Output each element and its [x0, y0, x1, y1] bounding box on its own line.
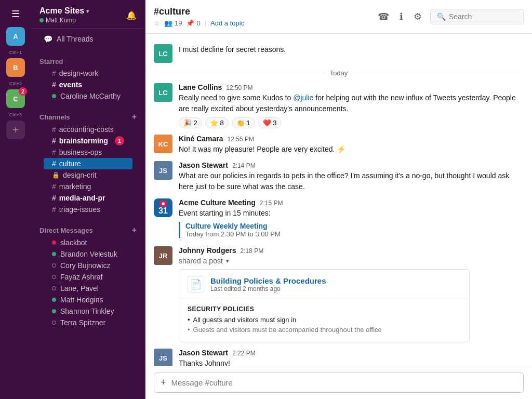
user-status: Matt Kump: [39, 17, 89, 24]
message-text: Really need to give some Kudos to @julie…: [179, 92, 524, 114]
message-author[interactable]: Jason Stewart: [179, 349, 228, 357]
dm-name: slackbot: [60, 238, 87, 247]
dm-status-dot: [52, 263, 56, 268]
mention[interactable]: @julie: [293, 94, 313, 102]
add-dm-icon[interactable]: +: [132, 225, 137, 235]
channel-meta: ☆ 👥 19 📌 0 | Add a topic: [154, 19, 244, 27]
post-body: SECURITY POLICIES All guests and visitor…: [179, 299, 469, 342]
calendar-avatar: ■ 31: [154, 198, 172, 217]
message-content: Johnny Rodgers 2:18 PM shared a post ▼ 📄…: [179, 246, 524, 342]
dm-item-cory[interactable]: Cory Bujnowicz: [44, 260, 132, 271]
event-time: Today from 2:30 PM to 3:00 PM: [185, 230, 524, 238]
post-title[interactable]: Building Policies & Procedures: [210, 276, 326, 285]
event-title[interactable]: Culture Weekly Meeting: [185, 222, 524, 230]
sidebar-item-culture[interactable]: # culture: [44, 158, 132, 169]
workspace-3[interactable]: C 2: [6, 89, 25, 108]
notifications-icon[interactable]: 🔔: [126, 10, 137, 20]
sidebar-item-design-crit[interactable]: 🔒 design-crit: [44, 169, 132, 181]
add-channel-icon[interactable]: +: [132, 112, 137, 122]
channel-name: #culture: [154, 6, 244, 17]
menu-icon[interactable]: ☰: [7, 4, 24, 24]
message-author[interactable]: Jason Stewart: [179, 161, 228, 169]
sidebar-item-business-ops[interactable]: # business-ops: [44, 147, 132, 158]
workspace-2[interactable]: B: [6, 58, 25, 77]
sidebar-item-all-threads[interactable]: 💬 All Threads: [35, 33, 141, 45]
search-box[interactable]: 🔍: [430, 9, 524, 24]
reaction-heart[interactable]: ❤️ 3: [258, 117, 282, 128]
dm-item-fayaz[interactable]: Fayaz Ashraf: [44, 271, 132, 283]
message-time: 2:14 PM: [232, 162, 256, 169]
message-author[interactable]: Kiné Camara: [179, 135, 223, 143]
add-topic-link[interactable]: Add a topic: [210, 19, 244, 27]
sidebar-item-triage-issues[interactable]: # triage-issues: [44, 204, 132, 215]
main-content: #culture ☆ 👥 19 📌 0 | Add a topic ☎ ℹ ⚙: [145, 0, 532, 399]
message-author[interactable]: Lane Collins: [179, 83, 222, 91]
channels-label: Channels: [39, 113, 70, 121]
phone-icon-button[interactable]: ☎: [376, 9, 391, 24]
dm-item-terra[interactable]: Terra Spitzner: [44, 317, 132, 328]
reaction-star[interactable]: ⭐ 8: [205, 117, 229, 128]
sidebar-item-accounting-costs[interactable]: # accounting-costs: [44, 124, 132, 135]
message-content: Kiné Camara 12:55 PM No! It was my pleas…: [179, 135, 524, 155]
dm-item-matt[interactable]: Matt Hodgins: [44, 294, 132, 305]
member-count[interactable]: 👥 19: [164, 19, 182, 27]
shared-text: shared a post: [179, 257, 223, 265]
pinned-count-text: 0: [196, 19, 200, 27]
dm-item-slackbot[interactable]: slackbot: [44, 237, 132, 248]
post-bullet-2: Guests and visitors must be accompanied …: [188, 326, 461, 334]
message-time: 12:50 PM: [226, 84, 252, 91]
reaction-party[interactable]: 🎉 2: [179, 117, 202, 128]
member-count-text: 19: [175, 19, 182, 27]
message-continuation: LC I must decline for secret reasons.: [145, 42, 532, 65]
reactions: 🎉 2 ⭐ 8 👏 1 ❤️ 3: [179, 117, 524, 128]
reaction-clap[interactable]: 👏 1: [232, 117, 255, 128]
sidebar-item-media-and-pr[interactable]: # media-and-pr: [44, 192, 132, 204]
hash-icon: #: [52, 69, 56, 77]
dm-item-shannon[interactable]: Shannon Tinkley: [44, 305, 132, 317]
avatar: LC: [154, 44, 172, 63]
message-input-box[interactable]: +: [154, 373, 524, 393]
message-author: Acme Culture Meeting: [179, 198, 256, 207]
hash-icon: #: [52, 148, 56, 156]
dms-header[interactable]: Direct Messages +: [39, 225, 137, 235]
dropdown-arrow-icon[interactable]: ▼: [225, 258, 230, 264]
sidebar-item-caroline[interactable]: Caroline McCarthy: [44, 90, 132, 102]
message-input[interactable]: [171, 378, 517, 387]
starred-header[interactable]: Starred: [39, 58, 137, 65]
user-status-dot: [39, 18, 44, 22]
star-icon[interactable]: ☆: [154, 19, 160, 27]
messages-area: LC I must decline for secret reasons. To…: [145, 34, 532, 366]
starred-section: Starred # design-work # events Caroline …: [31, 49, 145, 104]
info-icon-button[interactable]: ℹ: [397, 9, 405, 24]
sidebar-item-marketing[interactable]: # marketing: [44, 181, 132, 192]
dm-item-brandon[interactable]: Brandon Velestuk: [44, 248, 132, 260]
channel-name: culture: [59, 159, 81, 168]
sidebar-item-brainstorming[interactable]: # brainstorming 1: [44, 135, 132, 147]
avatar: JR: [154, 246, 172, 265]
workspace-name[interactable]: Acme Sites ▾: [39, 6, 89, 16]
message-author[interactable]: Johnny Rodgers: [179, 246, 236, 255]
pinned-count[interactable]: 📌 0: [186, 19, 200, 27]
brainstorming-badge: 1: [115, 136, 124, 145]
settings-icon-button[interactable]: ⚙: [411, 9, 424, 24]
attach-file-icon[interactable]: +: [161, 377, 166, 388]
dm-status-dot: [52, 321, 56, 325]
workspace-1[interactable]: A: [6, 27, 25, 46]
channels-header[interactable]: Channels +: [39, 112, 137, 122]
dms-label: Direct Messages: [39, 227, 93, 234]
dm-name: Fayaz Ashraf: [60, 273, 103, 281]
dm-status-dot: [52, 241, 56, 245]
post-card-header: 📄 Building Policies & Procedures Last ed…: [179, 270, 469, 299]
message-header: Jason Stewart 2:14 PM: [179, 161, 524, 169]
dm-item-lane-pavel[interactable]: Lane, Pavel: [44, 283, 132, 294]
search-input[interactable]: [449, 12, 511, 21]
channel-name: business-ops: [59, 148, 102, 156]
dm-status-dot: [52, 286, 56, 290]
header-actions: ☎ ℹ ⚙ 🔍: [376, 9, 524, 24]
workspace-3-initial: C: [13, 95, 18, 103]
add-workspace-button[interactable]: +: [6, 121, 25, 139]
sidebar-item-design-work[interactable]: # design-work: [44, 68, 132, 79]
channel-name: triage-issues: [59, 205, 100, 214]
hash-icon: #: [52, 81, 56, 89]
sidebar-item-events[interactable]: # events: [44, 79, 132, 90]
